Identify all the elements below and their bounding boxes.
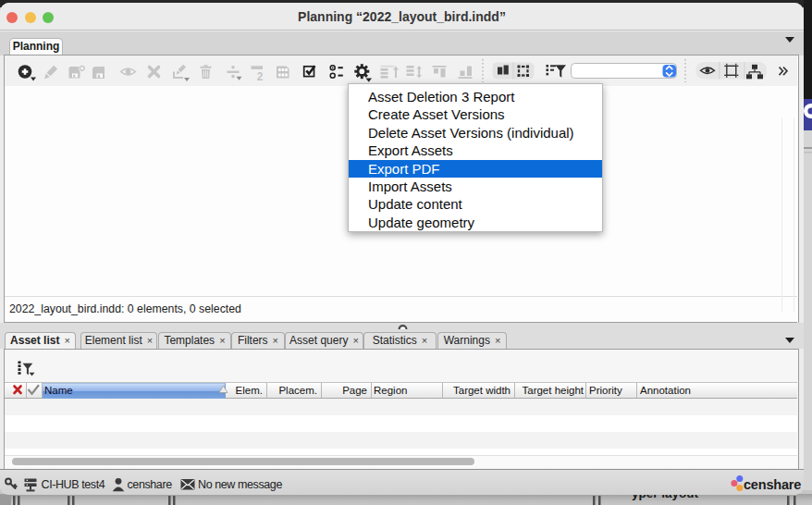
svg-text:2: 2 — [257, 70, 264, 83]
svg-text:censhare: censhare — [744, 477, 801, 492]
